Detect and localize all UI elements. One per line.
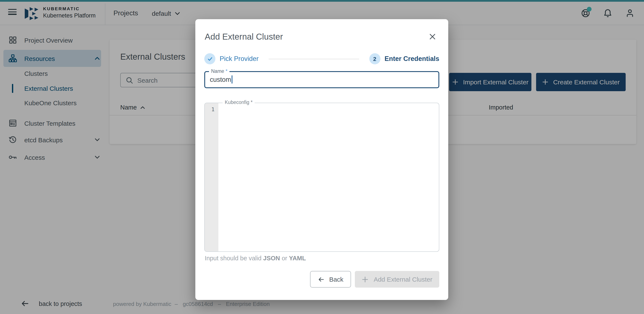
back-button[interactable]: Back [310, 271, 351, 288]
label-text: Kubeconfig [225, 100, 249, 105]
required-marker: * [226, 69, 228, 74]
hint-text: Input should be valid [205, 255, 263, 262]
stepper-connector-line [269, 59, 359, 59]
wizard-stepper: Pick Provider 2 Enter Credentials [204, 53, 439, 64]
submit-button-label: Add External Cluster [374, 276, 432, 283]
add-external-cluster-dialog: Add External Cluster Pick Provider 2 Ent… [195, 19, 448, 300]
back-button-label: Back [329, 276, 344, 283]
kubeconfig-text-area[interactable] [218, 103, 439, 251]
add-external-cluster-submit-button[interactable]: Add External Cluster [355, 271, 439, 288]
required-marker: * [251, 100, 253, 105]
step-done-circle[interactable] [204, 53, 216, 64]
step-active-circle[interactable]: 2 [369, 53, 380, 64]
label-text: Name [211, 69, 224, 74]
check-icon [207, 56, 212, 61]
text-cursor [232, 75, 232, 83]
name-input[interactable]: Name * custom [204, 71, 439, 88]
step-label-pick-provider[interactable]: Pick Provider [220, 55, 259, 63]
hint-json: JSON [263, 255, 280, 262]
kubeconfig-field-label: Kubeconfig * [223, 100, 254, 105]
dialog-title: Add External Cluster [205, 32, 283, 42]
line-number-gutter: 1 [205, 103, 218, 251]
step-number: 2 [373, 56, 376, 62]
hint-text: or [280, 255, 289, 262]
app-root: KUBERMATIC Kubernetes Platform Projects … [0, 0, 644, 314]
close-icon[interactable] [430, 34, 436, 40]
step-label-enter-credentials[interactable]: Enter Credentials [384, 55, 439, 63]
kubeconfig-hint: Input should be valid JSON or YAML [205, 255, 306, 262]
hint-yaml: YAML [289, 255, 306, 262]
line-number: 1 [205, 106, 218, 112]
kubeconfig-editor[interactable]: Kubeconfig * 1 [204, 103, 439, 252]
arrow-left-icon [318, 276, 324, 283]
plus-icon [362, 276, 368, 283]
name-field-label: Name * [209, 69, 230, 74]
name-input-value: custom [210, 76, 231, 83]
